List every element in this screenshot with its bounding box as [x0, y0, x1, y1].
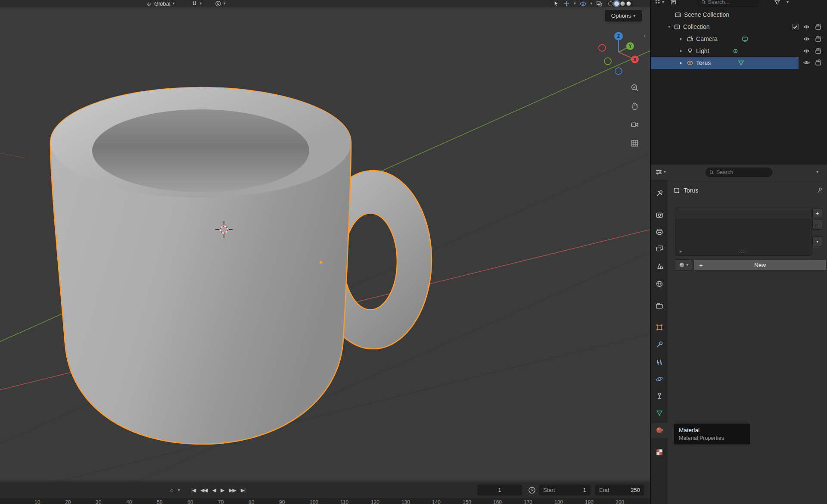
collapse-arrow-icon[interactable]: ▾ [668, 25, 670, 29]
outliner-row-collection[interactable]: ▾ Collection [651, 21, 827, 33]
tab-particles[interactable] [651, 355, 668, 370]
gizmo-axis-x-neg-ball[interactable] [599, 44, 606, 51]
navigation-gizmo[interactable]: Z Y X [592, 25, 645, 79]
material-slot-empty[interactable] [675, 208, 811, 218]
overlays-toggle-icon[interactable] [580, 0, 586, 7]
options-button[interactable]: Options ▾ [605, 10, 642, 22]
tab-scene[interactable] [651, 259, 668, 274]
frame-start-field[interactable]: Start 1 [539, 485, 591, 495]
outliner-search[interactable] [697, 0, 759, 7]
frame-end-field[interactable]: End 250 [595, 485, 644, 495]
cursor-select-icon[interactable] [553, 0, 560, 7]
tab-constraints[interactable] [651, 389, 668, 403]
proportional-edit-toggle[interactable]: ▾ [215, 0, 226, 7]
auto-keyframe-button[interactable]: ○ [170, 487, 173, 494]
outliner-row-torus[interactable]: ▸ Torus [651, 57, 799, 69]
gizmo-toggle-icon[interactable] [563, 0, 570, 7]
proportional-edit-icon [215, 0, 221, 7]
keying-dropdown-icon[interactable]: ▾ [178, 488, 180, 492]
expand-arrow-icon[interactable]: ▸ [680, 61, 682, 65]
xray-toggle-icon[interactable] [596, 0, 603, 7]
tab-object[interactable] [651, 320, 668, 335]
new-material-button[interactable]: + New [693, 259, 827, 271]
eye-icon[interactable] [803, 59, 810, 66]
current-frame-field[interactable]: 1 [477, 485, 522, 495]
outliner-editor-icon[interactable] [654, 0, 661, 6]
render-camera-icon[interactable] [815, 35, 822, 43]
chevron-down-icon[interactable]: ▾ [816, 170, 818, 174]
tab-view-layer[interactable] [651, 241, 668, 256]
pin-icon[interactable] [816, 187, 823, 194]
scene-canvas[interactable] [0, 0, 650, 504]
eye-icon[interactable] [803, 23, 810, 31]
expand-arrow-icon[interactable]: ▸ [680, 49, 682, 53]
outliner-row-scene-collection[interactable]: Scene Collection [651, 9, 827, 21]
light-data-icon [732, 47, 739, 55]
chevron-down-icon[interactable]: ▾ [662, 0, 664, 4]
play-button[interactable]: ▶ [221, 487, 224, 493]
tab-collection[interactable] [651, 299, 668, 313]
eye-icon[interactable] [803, 47, 810, 55]
render-camera-icon[interactable] [815, 59, 822, 66]
ruler-frame-label: 160 [493, 500, 502, 504]
outliner-row-light[interactable]: ▸ Light [651, 45, 827, 57]
breadcrumb-object-name[interactable]: Torus [684, 187, 698, 194]
properties-editor-icon[interactable] [655, 168, 662, 176]
pan-tool-button[interactable] [627, 99, 642, 113]
camera-view-button[interactable] [627, 117, 642, 132]
tab-object-data[interactable] [651, 405, 668, 420]
add-slot-button[interactable]: + [812, 208, 822, 218]
expand-arrow-icon[interactable]: ▸ [680, 37, 682, 41]
tab-physics[interactable] [651, 372, 668, 386]
render-camera-icon[interactable] [815, 23, 822, 31]
display-mode-icon[interactable] [670, 0, 677, 6]
zoom-tool-button[interactable] [627, 80, 642, 95]
timeline-ruler[interactable]: 1020304050607080901001101201301401501601… [0, 498, 650, 504]
properties-search-input[interactable] [716, 169, 768, 175]
chevron-down-icon[interactable]: ▾ [590, 1, 592, 6]
shading-material-icon[interactable] [620, 1, 625, 6]
playback-controls: ○ ▾ |◀ ◀◀ ◀ ▶ ▶▶ ▶| [170, 482, 245, 498]
viewport-3d[interactable]: Global ▾ ▾ ▾ [0, 0, 650, 504]
mug-object[interactable] [50, 87, 432, 444]
shading-solid-icon[interactable] [614, 1, 619, 6]
properties-search[interactable] [706, 168, 772, 177]
gizmo-axis-z-neg-ball[interactable] [615, 68, 622, 75]
tab-output[interactable] [651, 224, 668, 239]
object-props-icon [656, 324, 663, 331]
render-camera-icon[interactable] [815, 47, 822, 55]
eye-icon[interactable] [803, 35, 810, 43]
next-keyframe-button[interactable]: ▶▶ [229, 487, 236, 493]
transform-orientation-dropdown[interactable]: Global ▾ [146, 0, 175, 7]
chevron-down-icon[interactable]: ▾ [574, 1, 576, 6]
prev-keyframe-button[interactable]: ◀◀ [200, 487, 207, 493]
tab-world[interactable] [651, 277, 668, 291]
slot-specials-button[interactable]: ▾ [812, 236, 822, 246]
region-collapse-icon[interactable]: ‹ [644, 32, 646, 39]
list-grip-icon[interactable]: :::: [739, 248, 746, 254]
tab-tool[interactable] [651, 186, 668, 201]
list-expand-icon[interactable]: ▸ [680, 248, 682, 254]
play-reverse-button[interactable]: ◀ [212, 487, 216, 493]
jump-to-start-button[interactable]: |◀ [191, 487, 196, 493]
tab-texture[interactable] [651, 445, 668, 460]
filter-funnel-icon[interactable] [774, 0, 780, 6]
tab-render[interactable] [651, 208, 668, 222]
chevron-down-icon[interactable]: ▾ [787, 0, 789, 4]
ortho-toggle-button[interactable] [627, 136, 642, 150]
remove-slot-button[interactable]: − [812, 220, 822, 230]
outliner-row-camera[interactable]: ▸ Camera [651, 33, 827, 45]
jump-to-end-button[interactable]: ▶| [241, 487, 245, 493]
shading-rendered-icon[interactable] [626, 1, 631, 6]
tab-material[interactable] [651, 423, 668, 438]
chevron-down-icon[interactable]: ▾ [664, 170, 666, 174]
browse-material-button[interactable]: ▾ [675, 259, 692, 271]
collection-checkbox[interactable] [792, 23, 799, 31]
outliner-search-input[interactable] [708, 0, 755, 5]
gizmo-axis-y-neg-ball[interactable] [604, 58, 611, 65]
magnet-icon [191, 0, 198, 7]
shading-wireframe-icon[interactable] [608, 1, 613, 6]
material-slot-list[interactable]: ▸ :::: [675, 208, 811, 256]
snapping-toggle[interactable]: ▾ [191, 0, 202, 7]
tab-modifiers[interactable] [651, 337, 668, 352]
